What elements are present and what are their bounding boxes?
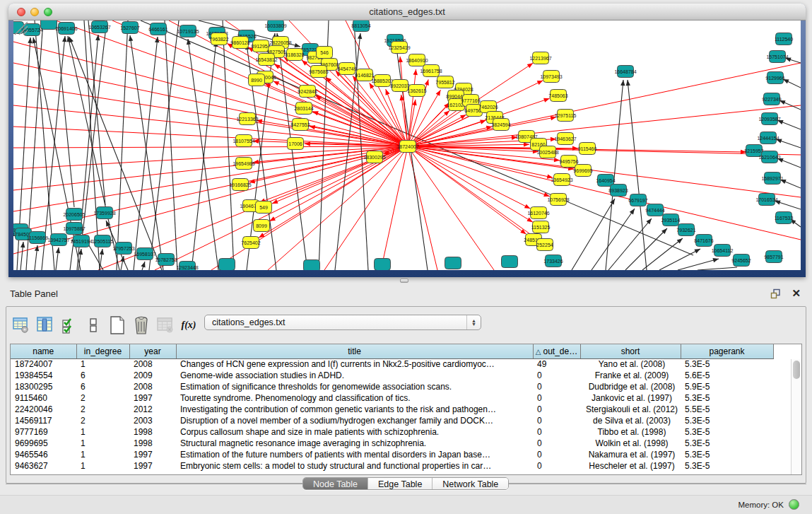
cell-pagerank[interactable]: 5.3E-5 [681, 449, 773, 460]
network-node[interactable]: 16543812 [255, 54, 277, 66]
cell-title[interactable]: Tourette syndrome. Phenomenology and cla… [176, 392, 533, 404]
cell-pagerank[interactable]: 5.3E-5 [681, 415, 773, 426]
cell-year[interactable]: 1998 [129, 426, 176, 438]
network-node[interactable]: 546 [317, 47, 333, 59]
network-node[interactable]: 7955812 [435, 76, 454, 88]
column-header-name[interactable]: name [11, 344, 76, 358]
network-node[interactable]: 9699695 [573, 165, 592, 177]
network-node[interactable]: 10653267 [88, 21, 110, 33]
function-builder-button[interactable]: f(x) [179, 315, 200, 336]
table-row[interactable]: 2242004622012Investigating the contribut… [11, 404, 773, 415]
table-row[interactable]: 946362711997Embryonic stem cells: a mode… [11, 460, 773, 472]
network-node[interactable]: 10719135 [177, 25, 199, 37]
cell-short[interactable]: Dudbridge et al. (2008) [580, 381, 681, 392]
column-header-indegree[interactable]: in_degree [76, 344, 129, 358]
delete-entries-button[interactable] [131, 315, 152, 336]
network-node[interactable]: 10025488 [536, 146, 558, 158]
cell-title[interactable]: Investigating the contribution of common… [176, 404, 533, 415]
network-node[interactable]: 15751074 [766, 51, 788, 63]
table-row[interactable]: 1456911722003Disruption of a novel membe… [11, 415, 773, 426]
cell-pagerank[interactable]: 5.3E-5 [681, 438, 773, 449]
network-node[interactable]: 6679197 [628, 194, 647, 206]
column-header-outde[interactable]: △out_de… [533, 344, 580, 358]
network-node[interactable]: 16120746 [527, 207, 549, 219]
column-header-year[interactable]: year [129, 344, 176, 358]
network-node[interactable]: 6466161 [148, 23, 167, 35]
cell-outdeg[interactable]: 0 [533, 404, 580, 415]
network-node[interactable]: 9875685 [309, 66, 328, 78]
cell-name[interactable]: 9699695 [11, 438, 76, 449]
cell-indegree[interactable]: 1 [76, 426, 129, 438]
cell-year[interactable]: 1997 [129, 449, 176, 460]
network-node[interactable]: 10973493 [540, 71, 562, 83]
cell-title[interactable]: Estimation of the future numbers of pati… [176, 449, 533, 460]
cell-year[interactable]: 2009 [129, 370, 176, 381]
cell-indegree[interactable]: 1 [76, 460, 129, 472]
network-node[interactable] [219, 259, 235, 271]
network-node[interactable]: 7625402 [241, 237, 260, 249]
network-node[interactable]: 12444154 [757, 132, 779, 144]
network-node[interactable]: 14519194 [70, 235, 92, 247]
column-header-short[interactable]: short [580, 344, 681, 358]
network-node[interactable]: 19166825 [229, 179, 251, 191]
network-node[interactable]: 1167533 [775, 212, 794, 224]
cell-pagerank[interactable]: 5.3E-5 [681, 392, 773, 404]
network-node[interactable]: 8427552 [290, 119, 310, 131]
cell-short[interactable]: Stergiakouli et al. (2012) [580, 404, 681, 415]
network-node[interactable]: 20691406 [55, 23, 77, 35]
cell-name[interactable]: 18724007 [11, 358, 76, 370]
network-node[interactable]: 12213967 [529, 52, 551, 64]
select-rows-button[interactable] [59, 315, 80, 336]
cell-year[interactable]: 2008 [129, 358, 176, 370]
cell-indegree[interactable]: 1 [76, 358, 129, 370]
row-height-button[interactable] [83, 315, 104, 336]
float-panel-icon[interactable] [770, 288, 781, 299]
table-selector-dropdown[interactable]: citations_edges.txt ▲▼ [204, 315, 481, 330]
cell-short[interactable]: Jankovic et al. (1997) [580, 392, 681, 404]
cell-year[interactable]: 2003 [129, 415, 176, 426]
network-node[interactable]: 8471676 [694, 235, 713, 247]
network-node[interactable]: 12923448 [176, 262, 198, 271]
table-row[interactable]: 911546021997Tourette syndrome. Phenomeno… [11, 392, 773, 404]
network-node[interactable]: 7963822 [209, 33, 228, 45]
cell-outdeg[interactable]: 0 [533, 415, 580, 426]
network-node[interactable]: 549 [256, 201, 272, 214]
cell-pagerank[interactable]: 5.3E-5 [681, 460, 773, 472]
network-node[interactable]: 10975887 [63, 223, 85, 235]
cell-name[interactable]: 14569117 [11, 415, 76, 426]
cell-outdeg[interactable]: 0 [533, 449, 580, 460]
network-node[interactable]: 16961758 [420, 65, 442, 77]
network-node[interactable]: 1527607 [120, 22, 139, 34]
network-node[interactable]: 20206505 [63, 209, 85, 221]
network-node[interactable]: 8454749 [337, 63, 356, 75]
network-canvas[interactable]: 1405572420691406106532671527607646616110… [13, 21, 801, 270]
cell-name[interactable]: 19384554 [11, 370, 76, 381]
column-header-pagerank[interactable]: pagerank [681, 344, 773, 358]
cell-year[interactable]: 2008 [129, 381, 176, 392]
network-node[interactable]: 13654923 [551, 174, 572, 186]
network-node[interactable]: 9129966 [765, 72, 784, 84]
network-node[interactable]: 16648784 [614, 66, 636, 78]
cell-short[interactable]: Tibbo et al. (1998) [580, 426, 681, 438]
column-header-title[interactable]: title [176, 344, 533, 358]
network-node[interactable]: 1362615 [407, 85, 426, 97]
network-node[interactable]: 18300295 [363, 151, 385, 163]
network-node[interactable]: 12213363 [236, 113, 258, 125]
network-node[interactable]: 12505115 [92, 235, 114, 247]
cell-name[interactable]: 9463627 [11, 460, 76, 472]
table-body[interactable]: 1872400712008Changes of HCN gene express… [11, 358, 773, 472]
cell-title[interactable]: Disruption of a novel member of a sodium… [176, 415, 533, 426]
network-node[interactable]: 9227349 [762, 93, 781, 105]
cell-name[interactable]: 9465546 [11, 449, 76, 460]
network-node[interactable] [41, 21, 57, 30]
cell-title[interactable]: Corpus callosum shape and size in male p… [176, 426, 533, 438]
network-node[interactable]: 16782753 [155, 254, 177, 266]
cell-short[interactable]: Hescheler et al. (1997) [580, 460, 681, 472]
tab-node-table[interactable]: Node Table [303, 478, 368, 489]
cell-name[interactable]: 9115460 [11, 392, 76, 404]
network-node[interactable]: 18640910 [406, 54, 428, 66]
close-panel-icon[interactable]: ✕ [792, 287, 801, 300]
network-node[interactable] [304, 260, 320, 271]
cell-title[interactable]: Structural magnetic resonance image aver… [176, 438, 533, 449]
network-node[interactable]: 16958107 [134, 248, 155, 260]
